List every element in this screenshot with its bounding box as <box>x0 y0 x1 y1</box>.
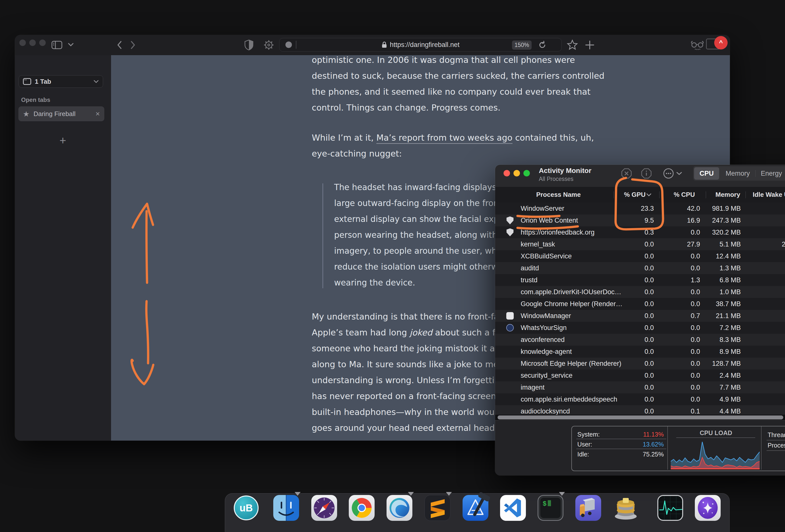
text: While I’m at it, <box>312 133 376 143</box>
processes-label: Processes <box>768 442 785 449</box>
process-row[interactable]: audioclocksyncd0.00.14.4 MB <box>495 405 785 415</box>
process-row[interactable]: kernel_task0.027.95.1 MB2 <box>495 238 785 250</box>
process-row[interactable]: avconferenced0.00.08.3 MB <box>495 334 785 346</box>
dock-icon-monitor[interactable] <box>657 495 683 521</box>
back-button[interactable] <box>116 40 124 50</box>
text: Apple’s team had long <box>312 328 410 337</box>
cell: https://orionfeedback.org <box>521 226 594 238</box>
dock-icon-sublime[interactable] <box>425 495 450 521</box>
process-row[interactable]: Google Chrome Helper (Render…0.00.038.7 … <box>495 298 785 310</box>
sidebar-new-tab-button[interactable]: + <box>55 132 71 149</box>
url-bar[interactable]: https://daringfireball.net 150% <box>279 38 562 51</box>
process-row[interactable]: com.apple.siri.embeddedspeech0.00.04.9 M… <box>495 394 785 405</box>
forward-button[interactable] <box>129 40 136 50</box>
tab-close-icon[interactable]: × <box>95 109 100 118</box>
col-cpu[interactable]: % CPU <box>674 187 695 203</box>
bookmark-star-icon[interactable] <box>566 39 578 51</box>
horizontal-scrollbar[interactable] <box>495 415 785 420</box>
cell: 0.0 <box>624 298 654 310</box>
cell: Orion Web Content <box>521 214 578 226</box>
running-indicator <box>408 492 414 496</box>
cell: 2.4 MB <box>701 370 741 381</box>
tab-memory[interactable]: Memory <box>720 167 755 180</box>
am-minimize-button[interactable] <box>513 170 520 176</box>
article-line: built-in headphones—why in the world wou… <box>312 404 510 420</box>
process-row[interactable]: trustd0.01.36.8 MB <box>495 274 785 286</box>
dock-icon-xcode[interactable] <box>462 495 488 521</box>
sidebar-tab-daring-fireball[interactable]: ★ Daring Fireball × <box>18 106 104 121</box>
tab-star-icon: ★ <box>23 109 30 118</box>
col-memory[interactable]: Memory <box>715 187 740 203</box>
dock-icon-finder[interactable] <box>273 495 299 521</box>
process-row[interactable]: securityd_service0.00.02.4 MB <box>495 370 785 381</box>
process-row[interactable]: Orion Web Content9.516.9247.3 MB <box>495 214 785 226</box>
dock-icon-transmit[interactable] <box>575 495 601 521</box>
dock-icon-edge[interactable] <box>386 495 412 521</box>
tab-group-selector[interactable]: 1 Tab <box>19 75 103 88</box>
window-zoom-button[interactable] <box>39 40 46 46</box>
inspect-process-icon[interactable] <box>641 168 652 179</box>
process-row[interactable]: com.apple.DriverKit-IOUserDoc…0.00.01.0 … <box>495 286 785 298</box>
am-zoom-button[interactable] <box>524 170 530 176</box>
process-row[interactable]: WhatsYourSign0.00.07.2 MB <box>495 322 785 334</box>
running-indicator <box>446 492 452 496</box>
col-idle-wake-ups[interactable]: Idle Wake Ups <box>753 187 785 203</box>
shield-icon[interactable] <box>244 39 254 51</box>
new-tab-plus-icon[interactable] <box>584 40 595 50</box>
am-close-button[interactable] <box>504 170 510 176</box>
hammer-overlay <box>472 491 492 521</box>
dock-icon-safari[interactable] <box>311 495 337 521</box>
dock-icon-ubar[interactable]: uB <box>233 495 259 521</box>
process-row[interactable]: WindowServer23.342.0981.9 MB <box>495 203 785 214</box>
cell: 1.0 MB <box>701 286 741 298</box>
cell: 320.2 MB <box>701 226 741 238</box>
scrollbar-thumb[interactable] <box>498 415 783 420</box>
cell: 21.1 MB <box>701 310 741 322</box>
window-minimize-button[interactable] <box>29 40 36 46</box>
divider <box>745 191 746 198</box>
process-row[interactable]: WindowManager0.00.721.1 MB <box>495 310 785 322</box>
more-options-icon[interactable] <box>663 168 674 179</box>
chevron-down-icon <box>94 80 99 83</box>
process-row[interactable]: auditd0.00.01.3 MB <box>495 262 785 274</box>
reader-glasses-icon[interactable] <box>690 40 706 51</box>
cell: auditd <box>521 262 539 274</box>
zoom-level-badge[interactable]: 150% <box>512 41 532 50</box>
col-gpu[interactable]: % GPU <box>624 187 645 203</box>
cell: 0.0 <box>624 322 654 334</box>
system-label: System: <box>577 431 600 438</box>
process-row[interactable]: XCBBuildService0.00.012.4 MB <box>495 250 785 262</box>
more-options-chevron-icon[interactable] <box>676 172 682 176</box>
process-row[interactable]: Microsoft Edge Helper (Renderer)0.00.012… <box>495 358 785 370</box>
tab-cpu[interactable]: CPU <box>694 167 719 180</box>
dock-icon-vscode[interactable] <box>500 495 526 521</box>
article-link[interactable]: Ma’s report from two weeks ago <box>376 133 512 144</box>
process-row[interactable]: https://orionfeedback.org0.30.0320.2 MB <box>495 226 785 238</box>
dock-icon-chrome[interactable] <box>349 495 375 521</box>
reload-icon[interactable] <box>538 41 547 49</box>
divider <box>667 426 668 470</box>
process-row[interactable]: imagent0.00.07.7 MB <box>495 381 785 394</box>
cell: 0.0 <box>624 405 654 415</box>
extension-badge[interactable]: ^ <box>714 36 728 49</box>
dock-icon-terminal[interactable]: $ <box>537 495 563 521</box>
cell: 0.0 <box>670 394 700 405</box>
text: contained this, uh, <box>512 133 594 143</box>
gear-icon[interactable] <box>263 39 275 51</box>
article-line: the phones, and it seemed like no compan… <box>312 84 590 100</box>
dock-icon-orion[interactable] <box>695 495 721 521</box>
tab-energy[interactable]: Energy <box>755 167 785 180</box>
cell: 0.7 <box>670 310 700 322</box>
process-row[interactable]: knowledge-agent0.00.08.9 MB <box>495 346 785 358</box>
cell: 6.8 MB <box>701 274 741 286</box>
stop-process-icon[interactable] <box>621 168 632 179</box>
dock-icon-sequelpro[interactable] <box>613 495 639 521</box>
tab-title: Daring Fireball <box>33 110 76 118</box>
cell: Google Chrome Helper (Render… <box>521 298 623 310</box>
cell: 0.0 <box>624 238 654 250</box>
am-process-table: WindowServer23.342.0981.9 MBOrion Web Co… <box>495 203 785 415</box>
col-process-name[interactable]: Process Name <box>527 187 589 203</box>
sidebar-toggle-icon[interactable] <box>51 41 62 49</box>
sidebar-chevron-down-icon[interactable] <box>68 43 74 47</box>
window-close-button[interactable] <box>19 40 26 46</box>
